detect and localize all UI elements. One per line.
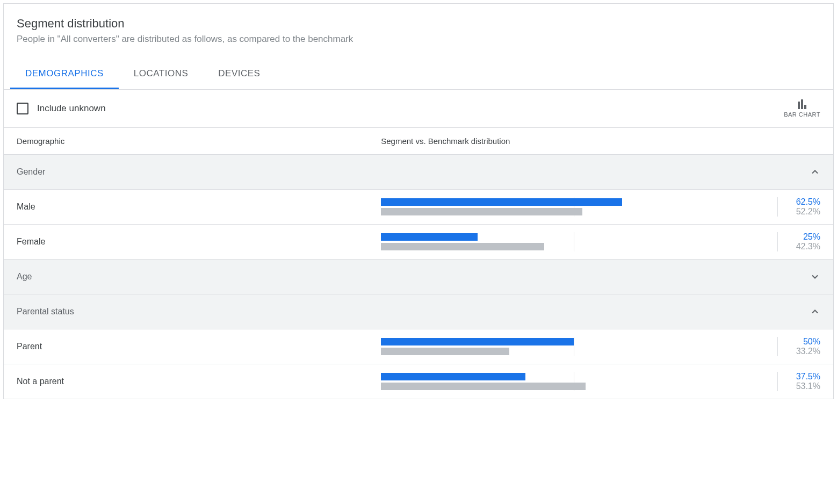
row-not-parent: Not a parent 37.5% 53.1% [4,364,833,399]
column-demographic: Demographic [17,136,370,146]
row-male-benchmark-value: 52.2% [783,207,820,217]
gridline-50 [574,232,574,251]
include-unknown-label: Include unknown [37,103,106,114]
row-male-label: Male [17,202,370,212]
section-gender-label: Gender [17,167,45,177]
row-parent-values: 50% 33.2% [777,337,820,356]
tab-locations[interactable]: LOCATIONS [119,60,203,89]
row-male-values: 62.5% 52.2% [777,197,820,217]
include-unknown-checkbox[interactable]: Include unknown [17,103,106,114]
row-parent-benchmark-bar [381,348,509,355]
segment-distribution-panel: Segment distribution People in "All conv… [3,3,834,399]
section-age-label: Age [17,272,32,282]
tab-demographics[interactable]: DEMOGRAPHICS [10,60,119,89]
row-not-parent-segment-value: 37.5% [783,372,820,381]
row-parent-segment-bar [381,338,574,345]
row-female: Female 25% 42.3% [4,225,833,260]
row-not-parent-benchmark-value: 53.1% [783,381,820,391]
row-male-segment-bar [381,198,622,206]
chevron-down-icon [810,271,820,282]
row-male-benchmark-bar [381,208,582,215]
row-male-segment-value: 62.5% [783,197,820,207]
panel-subtitle: People in "All converters" are distribut… [17,34,820,45]
bar-chart-icon [798,99,806,109]
gridline-50 [574,337,574,356]
row-parent-benchmark-value: 33.2% [783,347,820,356]
row-parent-bars [381,337,767,356]
row-male-bars [381,197,767,217]
section-age-header[interactable]: Age [4,260,833,294]
column-distribution: Segment vs. Benchmark distribution [381,136,820,146]
row-parent-label: Parent [17,342,370,351]
row-not-parent-benchmark-bar [381,383,586,390]
section-gender-header[interactable]: Gender [4,155,833,190]
row-female-segment-value: 25% [783,232,820,242]
tab-bar: DEMOGRAPHICS LOCATIONS DEVICES [4,60,833,90]
row-female-benchmark-value: 42.3% [783,242,820,251]
chart-toggle-label: BAR CHART [784,111,820,118]
row-parent: Parent 50% 33.2% [4,329,833,364]
row-not-parent-segment-bar [381,373,525,380]
row-female-bars [381,232,767,251]
tab-devices[interactable]: DEVICES [203,60,275,89]
row-male: Male 62.5% 52.2% [4,190,833,225]
row-female-benchmark-bar [381,243,544,250]
row-female-values: 25% 42.3% [777,232,820,251]
row-female-segment-bar [381,233,477,241]
row-not-parent-bars [381,372,767,391]
checkbox-box[interactable] [17,103,28,114]
chevron-up-icon [810,306,820,317]
panel-header: Segment distribution People in "All conv… [4,4,833,49]
section-parental-header[interactable]: Parental status [4,294,833,329]
chevron-up-icon [810,167,820,177]
section-parental-label: Parental status [17,307,74,316]
panel-title: Segment distribution [17,17,820,31]
controls-row: Include unknown BAR CHART [4,90,833,128]
row-not-parent-values: 37.5% 53.1% [777,372,820,391]
column-headers: Demographic Segment vs. Benchmark distri… [4,128,833,155]
row-not-parent-label: Not a parent [17,377,370,386]
chart-type-toggle[interactable]: BAR CHART [784,99,820,118]
row-female-label: Female [17,237,370,247]
row-parent-segment-value: 50% [783,337,820,347]
